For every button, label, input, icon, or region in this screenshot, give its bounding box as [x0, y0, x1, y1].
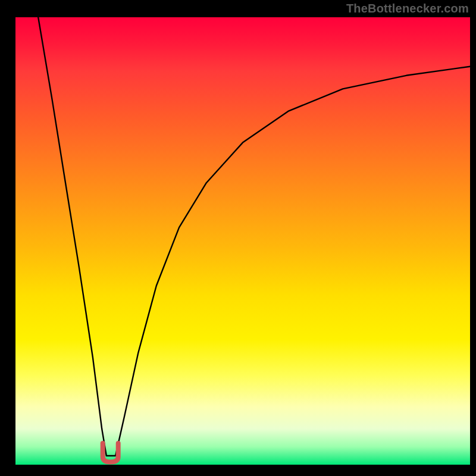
marker-path	[103, 443, 118, 462]
optimum-marker	[0, 0, 476, 476]
chart-frame: TheBottlenecker.com	[0, 0, 476, 476]
watermark-text: TheBottlenecker.com	[346, 2, 469, 15]
